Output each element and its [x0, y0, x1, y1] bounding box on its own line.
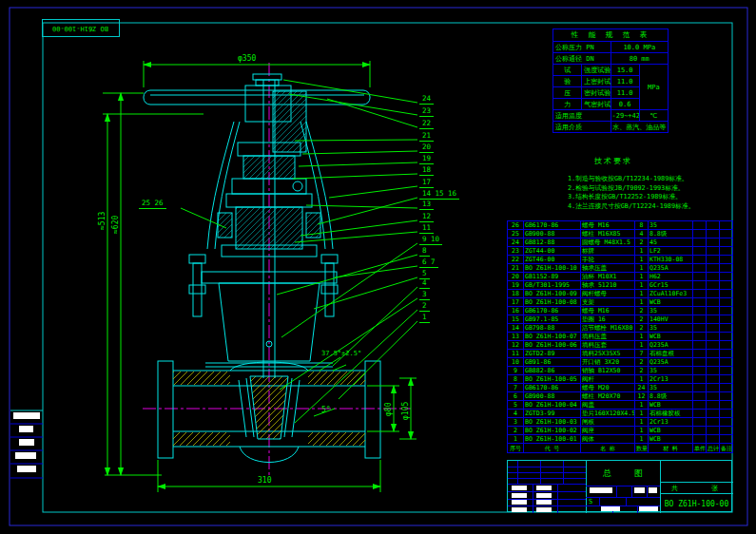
- bom-cell-code: BO Z61H-100-06: [524, 341, 581, 350]
- bom-cell-code: GB900-88: [524, 392, 581, 401]
- cad-drawing-canvas: φ350 ≈513 ≈620 310 φ80 φ105 37.5°±2.5° 5…: [0, 0, 756, 534]
- bom-cell-material: KTH330-08: [649, 256, 693, 264]
- bom-cell-code: BO Z61H-100-10: [524, 264, 581, 273]
- bom-cell-no: 10: [508, 358, 524, 367]
- bom-cell-unit-weight: [693, 247, 707, 256]
- bom-cell-unit-weight: [693, 410, 707, 418]
- balloon-number: 2: [419, 302, 430, 312]
- bom-row: 26 GB6170-86 螺母 M16 8 35: [508, 221, 733, 230]
- bom-cell-qty: 1: [635, 256, 649, 264]
- bom-cell-qty: 1: [635, 375, 649, 384]
- tech-requirement-item: 1.制造与验收按GB/T12234-1989标准。: [568, 175, 725, 184]
- spec-test-label: 强度试验: [582, 65, 611, 76]
- bom-cell-no: 17: [508, 298, 524, 307]
- bom-cell-material: ZCuAl10Fe3: [649, 290, 693, 298]
- bom-cell-unit-weight: [693, 358, 707, 367]
- field-redaction: [634, 487, 645, 493]
- bom-cell-total-weight: [707, 247, 720, 256]
- bom-cell-material: 2Cr13: [649, 375, 693, 384]
- bom-cell-no: 12: [508, 341, 524, 350]
- bom-cell-total-weight: [707, 384, 720, 392]
- bom-cell-qty: 1: [635, 401, 649, 410]
- bom-cell-unit-weight: [693, 298, 707, 307]
- field-redaction: [590, 487, 612, 493]
- sheet-count-label: 张: [711, 484, 718, 493]
- balloon-leader: [335, 266, 417, 277]
- bom-cell-no: 7: [508, 384, 524, 392]
- balloon-leader: [329, 186, 417, 198]
- bom-cell-code: GB812-88: [524, 238, 581, 247]
- bom-row: 20 GB1152-89 油杯 M10X1 1 H62: [508, 273, 733, 281]
- balloon-number: 20: [419, 143, 434, 153]
- drawing-code-tag: BO Z61H-100-00: [42, 19, 120, 37]
- balloon-number: 9 10: [419, 236, 442, 245]
- bom-row: 11 ZGTD2-89 填料25X35X5 7 石棉盘根: [508, 350, 733, 358]
- bom-cell-remark: [720, 350, 733, 358]
- bom-cell-qty: 1: [635, 341, 649, 350]
- bom-cell-no: 26: [508, 221, 524, 230]
- bom-row: 24 GB812-88 圆螺母 M48X1.5 2 45: [508, 238, 733, 247]
- dim-height-closed: ≈513: [98, 212, 107, 230]
- bom-cell-qty: 1: [635, 427, 649, 435]
- bom-header-code: 代 号: [524, 444, 581, 453]
- bom-header-material: 材 料: [649, 444, 693, 453]
- bom-cell-remark: [720, 298, 733, 307]
- bom-cell-unit-weight: [693, 230, 707, 238]
- locknut: [253, 74, 281, 80]
- signature-redaction: [512, 486, 527, 490]
- bom-cell-qty: 1: [635, 247, 649, 256]
- bom-row: 14 GB798-88 活节螺栓 M16X80 2 35: [508, 324, 733, 333]
- spec-test-label: 上密封试验: [582, 76, 611, 87]
- bom-cell-name: 垫圈 16: [581, 315, 635, 324]
- bom-cell-remark: [720, 256, 733, 264]
- bom-cell-remark: [720, 418, 733, 427]
- bom-cell-code: GB97.1-85: [524, 315, 581, 324]
- bom-cell-unit-weight: [693, 324, 707, 333]
- bom-cell-no: 3: [508, 418, 524, 427]
- bom-row: 7 GB6170-86 螺母 M20 24 35: [508, 384, 733, 392]
- spec-test-label: 气密封试验: [582, 99, 611, 110]
- bom-cell-remark: [720, 435, 733, 444]
- bom-cell-code: GB900-88: [524, 230, 581, 238]
- balloon-number: 14 15 16: [419, 190, 459, 200]
- bom-row: 18 BO Z61H-100-09 阀杆螺母 1 ZCuAl10Fe3: [508, 290, 733, 298]
- bom-row: 17 BO Z61H-100-08 支架 1 WCB: [508, 298, 733, 307]
- bom-cell-material: WCB: [649, 427, 693, 435]
- valve-section-view: [144, 74, 380, 463]
- bom-row: 23 ZGT44-00 标牌 1 LF2: [508, 247, 733, 256]
- technical-requirements: 技术要求 1.制造与验收按GB/T12234-1989标准。 2.检验与试验按J…: [568, 156, 725, 211]
- bom-cell-total-weight: [707, 401, 720, 410]
- bom-cell-code: BO Z61H-100-09: [524, 290, 581, 298]
- bom-cell-code: BO Z61H-100-01: [524, 435, 581, 444]
- bom-cell-no: 19: [508, 281, 524, 290]
- bom-cell-unit-weight: [693, 350, 707, 358]
- bom-cell-total-weight: [707, 221, 720, 230]
- bom-cell-code: GB91-86: [524, 358, 581, 367]
- drawing-title: 总 图: [586, 463, 660, 484]
- bom-cell-qty: 12: [635, 392, 649, 401]
- bom-cell-remark: [720, 358, 733, 367]
- bom-cell-name: 油杯 M10X1: [581, 273, 635, 281]
- bom-cell-qty: 1: [635, 410, 649, 418]
- bom-cell-no: 20: [508, 273, 524, 281]
- spec-side-char: 试: [553, 65, 582, 76]
- bom-header-name: 名 称: [581, 444, 635, 453]
- dim-seat: φ105: [401, 402, 410, 420]
- bom-cell-material: WCB: [649, 401, 693, 410]
- bom-cell-code: GB798-88: [524, 324, 581, 333]
- bom-cell-unit-weight: [693, 307, 707, 315]
- bom-cell-no: 15: [508, 315, 524, 324]
- bom-cell-code: BO Z61H-100-05: [524, 375, 581, 384]
- bom-cell-remark: [720, 401, 733, 410]
- bom-cell-unit-weight: [693, 367, 707, 375]
- bom-cell-code: GB6170-86: [524, 384, 581, 392]
- spec-table: 性 能 规 范 表 公称压力 PN 10.0 MPa 公称通径 DN 80 mm…: [552, 29, 669, 133]
- bom-cell-no: 9: [508, 367, 524, 375]
- bom-row: 12 BO Z61H-100-06 填料压套 1 Q235A: [508, 341, 733, 350]
- bom-cell-no: 18: [508, 290, 524, 298]
- bom-cell-total-weight: [707, 427, 720, 435]
- spec-temp-label: 适用温度: [553, 110, 611, 122]
- bom-cell-remark: [720, 367, 733, 375]
- spec-pn-label: 公称压力 PN: [553, 42, 611, 53]
- bom-cell-total-weight: [707, 273, 720, 281]
